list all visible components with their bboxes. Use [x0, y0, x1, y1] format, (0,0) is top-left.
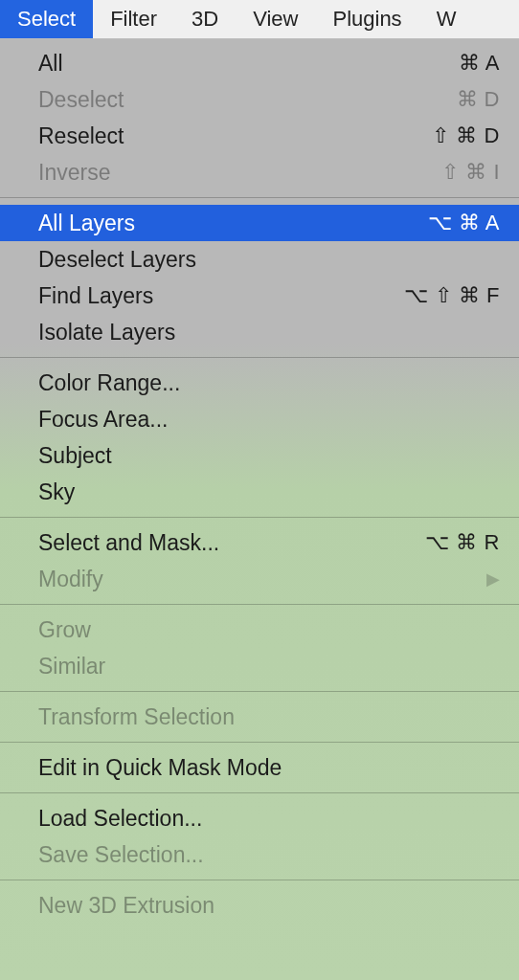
menubar: SelectFilter3DViewPluginsW	[0, 0, 519, 39]
menu-item-transform-selection: Transform Selection	[0, 699, 519, 735]
menu-item-label: Save Selection...	[38, 842, 500, 868]
menu-item-label: Deselect Layers	[38, 247, 500, 273]
menu-item-label: Sky	[38, 479, 500, 505]
menu-item-label: Color Range...	[38, 370, 500, 396]
menu-separator	[0, 517, 519, 518]
menubar-item-view[interactable]: View	[236, 0, 315, 38]
menu-separator	[0, 880, 519, 880]
menu-item-inverse: Inverse⇧ ⌘ I	[0, 154, 519, 190]
menu-item-label: Transform Selection	[38, 704, 500, 730]
menu-item-new-3d-extrusion: New 3D Extrusion	[0, 887, 519, 924]
menu-item-label: Inverse	[38, 160, 441, 186]
menu-item-reselect[interactable]: Reselect⇧ ⌘ D	[0, 118, 519, 154]
menu-item-label: Load Selection...	[38, 806, 500, 832]
submenu-arrow-icon: ▶	[486, 568, 500, 590]
menu-item-select-and-mask[interactable]: Select and Mask...⌥ ⌘ R	[0, 524, 519, 561]
menu-item-label: Focus Area...	[38, 407, 500, 433]
menu-item-label: Grow	[38, 617, 500, 643]
menu-item-label: Modify	[38, 567, 481, 592]
menu-item-all-layers[interactable]: All Layers⌥ ⌘ A	[0, 205, 519, 241]
menu-item-similar: Similar	[0, 648, 519, 684]
menu-item-label: Select and Mask...	[38, 530, 425, 556]
menu-item-shortcut: ⌘ D	[457, 87, 501, 112]
menu-item-all[interactable]: All⌘ A	[0, 45, 519, 81]
select-menu-dropdown: All⌘ ADeselect⌘ DReselect⇧ ⌘ DInverse⇧ ⌘…	[0, 39, 519, 929]
menu-item-edit-in-quick-mask-mode[interactable]: Edit in Quick Mask Mode	[0, 749, 519, 786]
menu-item-load-selection[interactable]: Load Selection...	[0, 800, 519, 836]
menu-item-label: Isolate Layers	[38, 320, 500, 345]
menu-item-color-range[interactable]: Color Range...	[0, 365, 519, 401]
menu-item-deselect: Deselect⌘ D	[0, 81, 519, 118]
menu-item-shortcut: ⌘ A	[459, 51, 500, 76]
menu-item-sky[interactable]: Sky	[0, 474, 519, 510]
menu-item-isolate-layers[interactable]: Isolate Layers	[0, 314, 519, 350]
menu-item-shortcut: ⌥ ⇧ ⌘ F	[404, 283, 500, 308]
menu-separator	[0, 197, 519, 198]
menu-item-label: All	[38, 51, 459, 77]
menu-item-deselect-layers[interactable]: Deselect Layers	[0, 241, 519, 278]
menu-item-modify: Modify▶	[0, 561, 519, 597]
menu-item-grow: Grow	[0, 612, 519, 648]
menu-item-label: Subject	[38, 443, 500, 469]
menu-item-shortcut: ⇧ ⌘ I	[441, 160, 500, 185]
menu-separator	[0, 742, 519, 743]
menubar-item-select[interactable]: Select	[0, 0, 93, 38]
menu-item-label: Find Layers	[38, 283, 404, 309]
menu-item-label: All Layers	[38, 211, 428, 236]
menubar-item-plugins[interactable]: Plugins	[315, 0, 418, 38]
menubar-item-filter[interactable]: Filter	[93, 0, 174, 38]
menu-separator	[0, 691, 519, 692]
menu-item-shortcut: ⌥ ⌘ A	[428, 211, 500, 235]
menu-item-label: New 3D Extrusion	[38, 893, 500, 919]
menu-item-shortcut: ⌥ ⌘ R	[425, 530, 500, 555]
menubar-item-w[interactable]: W	[419, 0, 474, 38]
menu-item-label: Similar	[38, 654, 500, 679]
menu-item-save-selection: Save Selection...	[0, 836, 519, 873]
menubar-item-3d[interactable]: 3D	[174, 0, 236, 38]
menu-item-label: Deselect	[38, 87, 457, 113]
menu-item-label: Reselect	[38, 123, 432, 149]
menu-item-subject[interactable]: Subject	[0, 437, 519, 474]
menu-separator	[0, 604, 519, 605]
menu-item-find-layers[interactable]: Find Layers⌥ ⇧ ⌘ F	[0, 278, 519, 314]
menu-separator	[0, 357, 519, 358]
menu-item-focus-area[interactable]: Focus Area...	[0, 401, 519, 437]
menu-item-label: Edit in Quick Mask Mode	[38, 755, 500, 781]
menu-item-shortcut: ⇧ ⌘ D	[432, 123, 500, 148]
menu-separator	[0, 792, 519, 793]
